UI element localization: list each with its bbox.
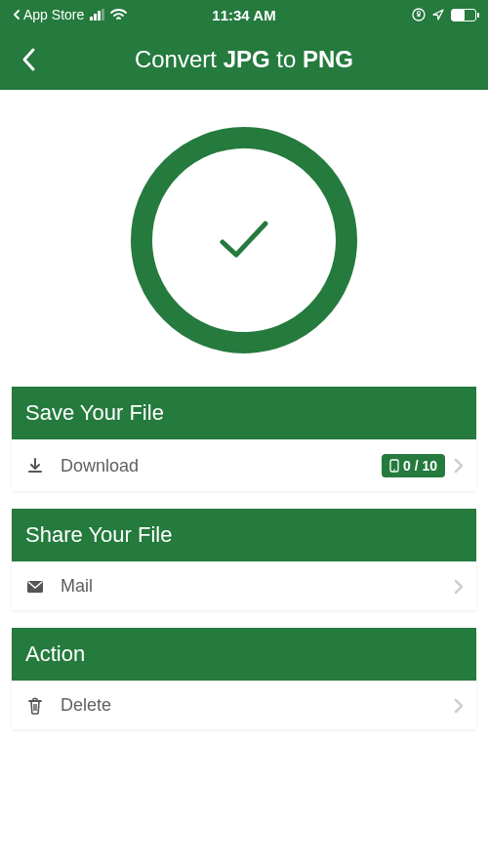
success-indicator [0,90,488,387]
section-save-header: Save Your File [12,387,476,439]
orientation-lock-icon [412,8,426,21]
svg-rect-1 [418,14,421,17]
chevron-left-icon [20,46,39,73]
back-button[interactable] [12,42,47,77]
chevron-right-icon [453,457,465,475]
section-save: Save Your File Download 0 / 10 [12,387,476,491]
chevron-right-icon [453,697,465,715]
status-left: App Store [12,7,127,22]
mail-icon [23,580,47,594]
title-mid: to [270,46,303,72]
checkmark-icon [215,216,273,265]
back-to-app[interactable]: App Store [12,7,84,22]
svg-point-3 [393,469,395,471]
title-prefix: Convert [135,46,224,72]
download-icon [23,457,47,475]
chevron-left-icon [12,10,21,20]
cellular-signal-icon [90,9,104,21]
section-share: Share Your File Mail [12,509,476,610]
page-title: Convert JPG to PNG [47,46,441,73]
badge-text: 0 / 10 [403,458,437,474]
status-app-name: App Store [23,7,84,22]
wifi-icon [110,9,127,21]
trash-icon [23,697,47,715]
mail-row[interactable]: Mail [12,561,476,610]
status-bar: App Store 11:34 AM [0,0,488,29]
section-action-header: Action [12,628,476,681]
download-quota-badge: 0 / 10 [382,454,445,477]
mail-label: Mail [61,576,453,597]
chevron-right-icon [453,578,465,596]
phone-icon [389,459,399,473]
battery-icon [451,9,476,21]
download-label: Download [61,456,382,476]
status-time: 11:34 AM [212,7,275,23]
title-to: PNG [303,46,353,72]
download-row[interactable]: Download 0 / 10 [12,439,476,491]
success-circle [131,127,357,353]
location-icon [431,8,445,21]
title-from: JPG [224,46,270,72]
section-share-header: Share Your File [12,509,476,561]
status-right [412,8,476,21]
delete-label: Delete [61,695,453,716]
section-action: Action Delete [12,628,476,729]
delete-row[interactable]: Delete [12,681,476,729]
app-header: Convert JPG to PNG [0,29,488,90]
